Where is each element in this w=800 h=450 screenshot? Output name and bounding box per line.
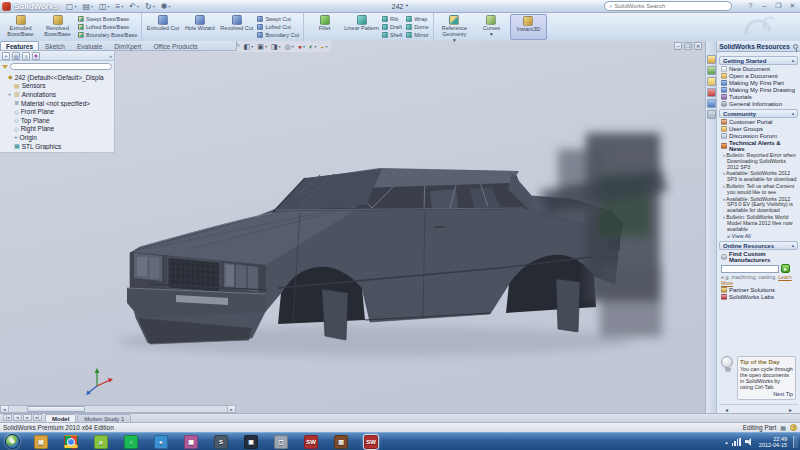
tree-item-front-plane[interactable]: ◇Front Plane	[7, 107, 114, 116]
hidden-icons-button[interactable]: ▴	[725, 439, 728, 445]
revolved-cut-button[interactable]: Revolved Cut	[218, 14, 255, 40]
design-library-tab-icon[interactable]	[707, 66, 716, 75]
link-solidworks-labs[interactable]: SolidWorks Labs	[719, 293, 798, 300]
tab-first-icon[interactable]: |◂	[3, 414, 12, 421]
swept-boss-base-button[interactable]: Swept Boss/Base	[78, 15, 137, 23]
taskbar-solidworks[interactable]: SW	[304, 435, 318, 449]
configuration-manager-tab-icon[interactable]: ꞛ	[22, 52, 30, 60]
taskbar-clock[interactable]: 22:49 2012-04-15	[759, 436, 787, 448]
open-button[interactable]: ▤▾	[82, 2, 93, 11]
panel-chevron-icon[interactable]: »	[109, 53, 112, 59]
tree-item-origin[interactable]: +Origin	[7, 133, 114, 142]
community-header[interactable]: Community▴	[719, 109, 798, 118]
show-desktop-button[interactable]	[793, 436, 798, 448]
quick-tips-icon[interactable]: ?	[790, 424, 797, 431]
news-item[interactable]: › Available: SolidWorks 2012 SP3 is avai…	[719, 171, 798, 183]
expander-icon[interactable]: +	[7, 91, 12, 97]
link-general-information[interactable]: General Information	[719, 100, 798, 107]
fillet-button[interactable]: Fillet	[306, 14, 343, 40]
file-explorer-tab-icon[interactable]	[707, 77, 716, 86]
scroll-right-icon[interactable]: ▸	[227, 406, 235, 412]
print-button[interactable]: ≡▾	[116, 2, 124, 11]
boundary-boss-base-button[interactable]: Boundary Boss/Base	[78, 31, 137, 39]
display-manager-tab-icon[interactable]: ✚	[32, 52, 40, 60]
next-tip-link[interactable]: Next Tip	[740, 391, 793, 397]
hide-show-items-button[interactable]: ◎▾	[285, 43, 294, 51]
taskbar-utorrent[interactable]: µ	[94, 435, 108, 449]
tab-model[interactable]: Model	[45, 414, 76, 422]
link-first-drawing[interactable]: Making My First Drawing	[719, 86, 798, 93]
save-button[interactable]: ◫▾	[99, 2, 110, 11]
tab-dimxpert[interactable]: DimXpert	[108, 41, 147, 50]
options-button[interactable]: ✱▾	[161, 2, 171, 11]
custom-properties-tab-icon[interactable]	[707, 99, 716, 108]
linear-pattern-button[interactable]: Linear Pattern	[343, 14, 380, 40]
doc-minimize-button[interactable]: –	[674, 42, 682, 50]
view-orientation-button[interactable]: ▣▾	[257, 43, 267, 51]
property-manager-tab-icon[interactable]: ▤	[12, 52, 20, 60]
tree-item-sensors[interactable]: ▤Sensors	[7, 82, 114, 91]
news-item[interactable]: › Available: SolidWorks 2012 SP3.0 EV (E…	[719, 197, 798, 214]
display-style-button[interactable]: ◨▾	[271, 43, 281, 51]
solidworks-resources-tab-icon[interactable]	[707, 55, 716, 64]
pushpin-icon[interactable]	[793, 44, 798, 49]
minimize-button[interactable]: –	[759, 1, 770, 11]
help-button[interactable]: ?	[745, 1, 756, 11]
close-button[interactable]: ✕	[787, 1, 798, 11]
link-discussion-forum[interactable]: Discussion Forum	[719, 132, 798, 139]
news-item[interactable]: › Bulletin: SolidWorks World Model Mania…	[719, 215, 798, 232]
curves-button[interactable]: Curves▾	[473, 14, 510, 40]
next-page-icon[interactable]: ▸	[789, 406, 792, 413]
news-item[interactable]: › Bulletin: Tell us what Content you wou…	[719, 184, 798, 196]
solidworks-search[interactable]: ⌕	[604, 1, 732, 11]
lofted-cut-button[interactable]: Lofted Cut	[257, 23, 299, 31]
prev-page-icon[interactable]: ◂	[725, 406, 728, 413]
document-recovery-tab-icon[interactable]	[707, 110, 716, 119]
draft-button[interactable]: Draft	[382, 23, 402, 31]
tree-item-stl-graphics[interactable]: ▦STL Graphics	[7, 142, 114, 151]
link-technical-alerts[interactable]: Technical Alerts & News	[719, 139, 798, 152]
doc-close-button[interactable]: ✕	[694, 42, 702, 50]
scroll-left-icon[interactable]: ◂	[1, 406, 9, 412]
search-input[interactable]	[614, 3, 727, 9]
new-document-button[interactable]: ▢▾	[66, 2, 77, 11]
boundary-cut-button[interactable]: Boundary Cut	[257, 31, 299, 39]
shell-button[interactable]: Shell	[382, 31, 402, 39]
taskbar-movie-maker[interactable]: ▦	[184, 435, 198, 449]
doc-restore-button[interactable]: ❐	[684, 42, 692, 50]
design-tree-tab-icon[interactable]: ⌖	[2, 52, 10, 60]
network-icon[interactable]	[732, 438, 741, 446]
tree-root-item[interactable]: ◆ 242 (Default<<Default>_Displa	[1, 73, 114, 82]
edit-appearance-button[interactable]: ●▾	[298, 43, 305, 50]
online-resources-header[interactable]: Online Resources▴	[719, 241, 798, 250]
horizontal-scrollbar[interactable]: ◂ ▸	[0, 405, 236, 413]
link-open-document[interactable]: Open a Document	[719, 72, 798, 79]
link-partner-solutions[interactable]: Partner Solutions	[719, 286, 798, 293]
tab-sketch[interactable]: Sketch	[39, 41, 71, 50]
dome-button[interactable]: Dome	[406, 23, 429, 31]
taskbar-chrome[interactable]	[64, 435, 78, 449]
restore-button[interactable]: ❐	[773, 1, 784, 11]
tree-item-right-plane[interactable]: ◇Right Plane	[7, 125, 114, 134]
tab-prev-icon[interactable]: ◂	[13, 414, 22, 421]
link-tutorials[interactable]: Tutorials	[719, 93, 798, 100]
rib-button[interactable]: Rib	[382, 15, 402, 23]
extruded-boss-base-button[interactable]: Extruded Boss/Base	[2, 14, 39, 40]
link-first-part[interactable]: Making My First Part	[719, 79, 798, 86]
taskbar-internet-explorer[interactable]: e	[154, 435, 168, 449]
speaker-icon[interactable]	[745, 438, 753, 446]
tree-filter-input[interactable]	[10, 63, 112, 70]
tab-motion-study[interactable]: Motion Study 1	[77, 414, 131, 422]
taskbar-spotify[interactable]: ♪	[124, 435, 138, 449]
revolved-boss-base-button[interactable]: Revolved Boss/Base	[39, 14, 76, 40]
news-item[interactable]: › Bulletin: Reported Error when Download…	[719, 153, 798, 170]
start-button[interactable]: ❖	[5, 434, 20, 449]
taskbar-solidworks-active[interactable]: SW	[364, 435, 378, 449]
taskbar-photo-viewer[interactable]: ▣	[244, 435, 258, 449]
view-all-link[interactable]: » View All	[719, 232, 798, 239]
scrollbar-thumb[interactable]	[27, 406, 85, 412]
go-button[interactable]: ►	[781, 264, 790, 273]
lofted-boss-base-button[interactable]: Lofted Boss/Base	[78, 23, 137, 31]
link-customer-portal[interactable]: Customer Portal	[719, 118, 798, 125]
taskbar-windows-explorer[interactable]: ▤	[34, 435, 48, 449]
